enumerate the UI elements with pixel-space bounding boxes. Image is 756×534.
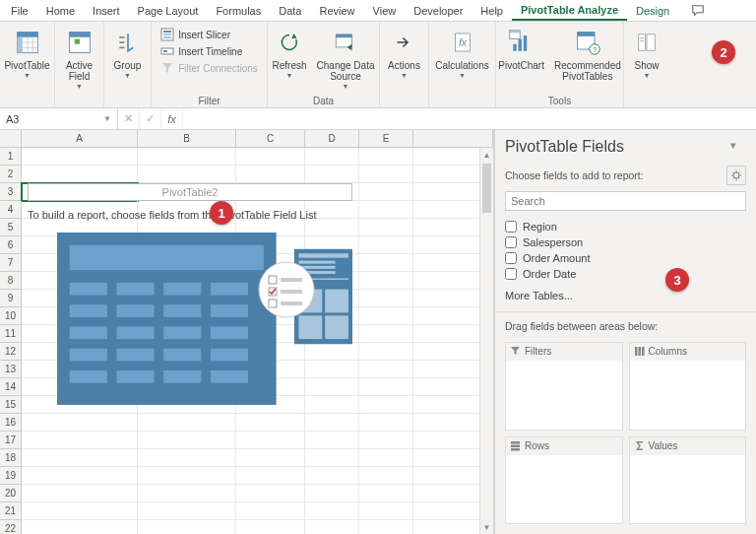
- cell[interactable]: [22, 166, 138, 183]
- group-button[interactable]: Group ▼: [107, 25, 149, 81]
- row-header[interactable]: 3: [0, 183, 22, 201]
- tab-home[interactable]: Home: [37, 2, 84, 20]
- cell[interactable]: [305, 166, 359, 183]
- row-header[interactable]: 2: [0, 166, 22, 183]
- cell[interactable]: [359, 307, 413, 325]
- row-header[interactable]: 4: [0, 201, 22, 219]
- cell[interactable]: [236, 148, 305, 166]
- insert-timeline-button[interactable]: Insert Timeline: [158, 43, 260, 59]
- columns-drop-zone[interactable]: Columns: [629, 342, 747, 431]
- tab-insert[interactable]: Insert: [84, 2, 129, 20]
- cell[interactable]: [359, 378, 413, 396]
- name-box[interactable]: A3 ▼: [0, 108, 118, 129]
- cell[interactable]: [138, 520, 236, 534]
- cell[interactable]: [236, 432, 305, 449]
- cell[interactable]: [236, 166, 305, 183]
- vertical-scrollbar[interactable]: ▲ ▼: [479, 148, 493, 534]
- field-item[interactable]: Region: [505, 219, 746, 234]
- insert-slicer-button[interactable]: Insert Slicer: [158, 27, 260, 42]
- cell[interactable]: [359, 290, 413, 307]
- cell[interactable]: [359, 520, 413, 534]
- rows-drop-zone[interactable]: Rows: [505, 436, 623, 525]
- field-item[interactable]: Salesperson: [505, 234, 746, 250]
- scroll-up-arrow[interactable]: ▲: [480, 148, 493, 162]
- show-button[interactable]: Show ▼: [626, 25, 667, 81]
- cell[interactable]: [305, 520, 359, 534]
- row-header[interactable]: 21: [0, 502, 22, 520]
- actions-button[interactable]: Actions ▼: [384, 25, 425, 81]
- row-header[interactable]: 8: [0, 272, 22, 290]
- row-header[interactable]: 22: [0, 520, 22, 534]
- column-header[interactable]: E: [359, 130, 413, 147]
- field-item[interactable]: Order Amount: [505, 250, 746, 266]
- column-header[interactable]: D: [305, 130, 359, 147]
- cell[interactable]: [138, 148, 236, 166]
- field-item[interactable]: Order Date: [505, 266, 746, 282]
- comments-button[interactable]: [686, 1, 710, 21]
- cell[interactable]: [138, 432, 236, 449]
- accept-formula-button[interactable]: ✓: [140, 108, 161, 129]
- field-checkbox[interactable]: [505, 268, 517, 280]
- row-header[interactable]: 18: [0, 449, 22, 467]
- tab-help[interactable]: Help: [472, 2, 512, 20]
- cell[interactable]: [359, 254, 413, 272]
- column-header[interactable]: C: [236, 130, 305, 147]
- worksheet-area[interactable]: ABCDE12345678910111213141516171819202122…: [0, 130, 494, 534]
- tab-developer[interactable]: Developer: [405, 2, 472, 20]
- cell[interactable]: [359, 166, 413, 183]
- row-header[interactable]: 13: [0, 361, 22, 378]
- scroll-down-arrow[interactable]: ▼: [480, 520, 493, 534]
- cell[interactable]: [359, 502, 413, 520]
- cell[interactable]: [22, 467, 138, 485]
- row-header[interactable]: 11: [0, 325, 22, 343]
- row-header[interactable]: 5: [0, 219, 22, 236]
- row-header[interactable]: 14: [0, 378, 22, 396]
- row-header[interactable]: 19: [0, 467, 22, 485]
- cell[interactable]: [359, 414, 413, 432]
- row-header[interactable]: 1: [0, 148, 22, 166]
- row-header[interactable]: 7: [0, 254, 22, 272]
- cell[interactable]: [359, 361, 413, 378]
- cell[interactable]: [236, 485, 305, 502]
- more-tables-link[interactable]: More Tables...: [495, 284, 756, 311]
- row-header[interactable]: 9: [0, 290, 22, 307]
- cell[interactable]: [236, 467, 305, 485]
- column-header[interactable]: B: [138, 130, 236, 147]
- cell[interactable]: [359, 485, 413, 502]
- tab-formulas[interactable]: Formulas: [207, 2, 270, 20]
- cell[interactable]: [236, 520, 305, 534]
- refresh-button[interactable]: Refresh ▼: [269, 25, 311, 81]
- cell[interactable]: [305, 485, 359, 502]
- cell[interactable]: [22, 502, 138, 520]
- row-header[interactable]: 6: [0, 236, 22, 254]
- field-search-input[interactable]: [505, 191, 746, 211]
- pivottable-button[interactable]: PivotTable ▼: [0, 25, 53, 81]
- field-checkbox[interactable]: [505, 252, 517, 264]
- tab-pivottable-analyze[interactable]: PivotTable Analyze: [512, 1, 627, 21]
- cell[interactable]: [22, 148, 138, 166]
- pivotchart-button[interactable]: PivotChart: [494, 25, 548, 73]
- cell[interactable]: [359, 449, 413, 467]
- active-field-button[interactable]: Active Field ▼: [59, 25, 100, 92]
- cell[interactable]: [138, 502, 236, 520]
- row-header[interactable]: 17: [0, 432, 22, 449]
- cell[interactable]: [359, 148, 413, 166]
- cell[interactable]: [22, 485, 138, 502]
- cell[interactable]: [359, 432, 413, 449]
- cell[interactable]: [305, 502, 359, 520]
- tab-view[interactable]: View: [364, 2, 406, 20]
- column-header[interactable]: A: [22, 130, 138, 147]
- tab-review[interactable]: Review: [310, 2, 363, 20]
- pane-menu-button[interactable]: ▾: [730, 139, 746, 155]
- recommended-pivottables-button[interactable]: ? Recommended PivotTables: [550, 25, 625, 84]
- cell[interactable]: [22, 520, 138, 534]
- cell[interactable]: [359, 467, 413, 485]
- cell[interactable]: [359, 219, 413, 236]
- cell[interactable]: [359, 236, 413, 254]
- cell[interactable]: [138, 166, 236, 183]
- cell[interactable]: [138, 449, 236, 467]
- scrollbar-thumb[interactable]: [482, 164, 491, 213]
- cell[interactable]: [138, 485, 236, 502]
- cell[interactable]: [359, 343, 413, 361]
- change-data-source-button[interactable]: Change Data Source ▼: [313, 25, 379, 92]
